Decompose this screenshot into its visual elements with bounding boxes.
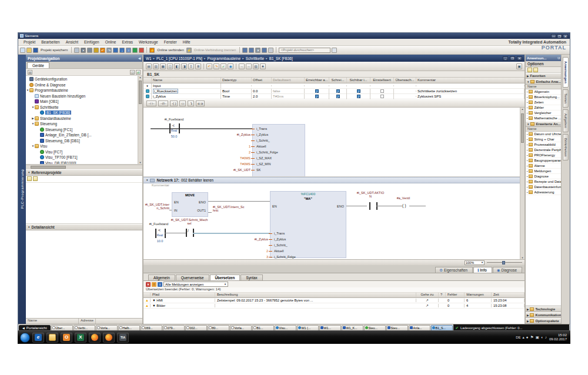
pin-operand[interactable]: 1 (196, 145, 250, 148)
toolbar-icon[interactable] (132, 48, 138, 53)
task-card-tab[interactable]: Anweisungen (563, 57, 569, 88)
keep-actual-values-icon[interactable]: ▦ (160, 63, 166, 69)
taskbar-app-button[interactable]: X (75, 333, 86, 343)
variable-default[interactable]: false (272, 89, 305, 93)
editor-settings-icon[interactable]: ▣ (516, 63, 522, 69)
variable-name[interactable]: i_Ruecksetzen (153, 89, 178, 93)
open-reference-icon[interactable] (27, 176, 32, 181)
inspector-tab[interactable]: ◉ Diagnose (493, 267, 522, 273)
editor-window-button[interactable]: 069... (141, 325, 162, 331)
network-17-canvas[interactable]: #i_SK_UDT.Intern_Schritt MOVE EN ENO IN … (143, 189, 524, 259)
error-filter-icon[interactable]: ✕ (146, 282, 151, 287)
ladder-element-icon[interactable]: ⊣/⊢ (158, 101, 168, 106)
maximize-button[interactable]: ❐ (557, 34, 562, 38)
instruction-group[interactable]: ▪ Rezepte und Data L... (526, 179, 561, 185)
go-offline-icon[interactable]: ⚡ (186, 48, 192, 53)
accessible-checkbox[interactable]: ✓ (315, 95, 319, 98)
tray-icon[interactable]: ⚑ (530, 335, 534, 340)
variable-type[interactable] (221, 85, 252, 86)
instruction-group[interactable]: ▪ Alarme (526, 163, 561, 169)
toolbar-icon[interactable] (332, 48, 337, 53)
window-titlebar[interactable]: Siemens — ❐ ✕ (18, 33, 570, 39)
pin-operand[interactable]: #i_Zyklus (214, 237, 268, 241)
detail-view-header[interactable]: ▼Detailansicht (26, 224, 142, 230)
toolbar-icon[interactable]: ↶ (100, 48, 105, 53)
variable-name[interactable]: Input (153, 84, 161, 88)
tray-icon[interactable]: ▣ (536, 335, 539, 340)
instruction-group[interactable]: ▪ Meldungen (526, 169, 561, 174)
instruction-group[interactable]: ▪ Diagnose (526, 174, 561, 179)
tree-item[interactable]: Steuerung [FC1] (26, 127, 138, 133)
task-card-tab[interactable]: Testen (563, 89, 569, 108)
tree-vertical-scrollbar[interactable]: ▲▼ (138, 76, 142, 164)
toolbar-icon[interactable] (268, 48, 273, 53)
instruction-group[interactable]: ▪ Baugruppenparam... (526, 158, 561, 163)
menu-item[interactable]: Einfügen (81, 40, 102, 44)
taskbar-app-button[interactable]: e (32, 333, 44, 343)
tree-item[interactable]: Visu_TP700 [FB71] (26, 155, 138, 160)
pin-operand[interactable]: T#0MS (196, 156, 250, 160)
pin-operand[interactable]: 3 (214, 255, 268, 259)
tree-item[interactable]: Gerätekonfiguration (26, 76, 138, 82)
ff-network-icon[interactable]: ↶ (206, 63, 212, 69)
ladder-element-icon[interactable]: ↴ (188, 101, 194, 106)
network-comments-icon[interactable]: ▧ (253, 63, 259, 69)
move-out-operand[interactable]: #i_SK_UDT.Intern_Schritt (213, 205, 246, 213)
block-pin[interactable]: i_Trans (214, 230, 349, 236)
block-pin[interactable]: 2 Aktuell (214, 248, 349, 254)
variable-default[interactable]: T#0ms (272, 94, 305, 99)
instruction-group[interactable]: ▪ Mathematische ... (526, 116, 561, 121)
editor-window-button[interactable]: 002... (185, 325, 207, 331)
editor-window-button[interactable]: W1_K... (342, 325, 363, 331)
toolbar-icon[interactable] (242, 48, 248, 53)
tree-item[interactable]: Main [OB1] (26, 99, 138, 105)
collapse-all-icon[interactable]: ≣ (195, 63, 201, 69)
taskbar-clock[interactable]: 15:02 09.02.2017 (549, 333, 568, 341)
expand-all-icon[interactable]: ≡ (188, 63, 194, 69)
editor-window-button[interactable]: B1... (252, 325, 274, 331)
tree-horizontal-scrollbar[interactable] (26, 165, 142, 169)
variable-type[interactable]: Time (221, 94, 252, 99)
collapse-panel-icon[interactable]: ◀ (138, 56, 141, 60)
menu-item[interactable]: Extras (119, 40, 135, 44)
inspector-tab[interactable]: ⚙ Eigenschaften (435, 267, 473, 273)
menu-item[interactable]: Fenster (161, 40, 180, 44)
instruction-group[interactable]: ▪ Datenbausteinfunk... (526, 185, 561, 190)
sync-icon[interactable]: ⇄ (136, 70, 141, 75)
editor-window-button[interactable]: Steu... (386, 325, 408, 331)
instruction-group[interactable]: ▪ Bitverknüpfung... (526, 95, 561, 100)
editor-window-button[interactable]: 80... (208, 325, 229, 331)
taskbar-app-button[interactable] (103, 333, 115, 343)
pin-operand[interactable]: #i_SK_UDT (196, 168, 250, 172)
ladder-element-icon[interactable]: ▭ (179, 101, 186, 106)
ladder-element-icon[interactable]: -( ) (170, 101, 178, 106)
tray-icon[interactable]: ◖ (541, 335, 543, 340)
toolbar-icon[interactable]: ↷ (106, 48, 112, 53)
block-pin[interactable]: 1 Aktuell (196, 143, 338, 149)
portal-view-button[interactable]: ◀ Portalansicht (19, 325, 51, 331)
tree-item[interactable]: Neuen Baustein hinzufügen (26, 93, 138, 99)
message-row[interactable]: ▲ ▼ Bilder ↗ 0 4 15:23:08 (143, 303, 524, 309)
toolbar-icon[interactable] (113, 48, 118, 53)
block-pin[interactable]: i_Schritt_ (214, 242, 349, 248)
pin-operand[interactable]: 2 (214, 249, 268, 253)
variable-type[interactable]: Bool (221, 89, 252, 93)
cmp-contact-operand[interactable]: #i_Fuellstand (143, 222, 174, 226)
tray-icon[interactable]: ▴ (523, 335, 524, 340)
variable-name[interactable]: i_Zyklus (153, 95, 166, 98)
reference-projects-list[interactable] (26, 183, 142, 224)
taskbar-app-button[interactable] (46, 333, 58, 343)
start-button[interactable] (20, 333, 30, 343)
tree-item[interactable]: ▼ Schrittkette (26, 105, 138, 111)
go-online-icon[interactable]: ⚡ (149, 48, 155, 53)
zoom-select[interactable]: 100%▼ (465, 260, 485, 265)
instruction-group[interactable]: ▪ PROFIenergy (526, 153, 561, 158)
pin-operand[interactable]: 2 (196, 150, 250, 154)
language-indicator[interactable]: DE (516, 336, 520, 339)
editor-close-icon[interactable]: ✕ (517, 56, 522, 61)
tree-item[interactable]: Steuerung_DB [DB1] (26, 138, 138, 144)
inspector-inner-tab[interactable]: Allgemein (148, 274, 175, 280)
editor-window-button[interactable]: Halb... (118, 325, 140, 331)
pin-operand[interactable]: T#0MS (196, 162, 250, 166)
move-in-operand[interactable]: #i_SK_UDT.Intern_Schritt (143, 203, 169, 210)
